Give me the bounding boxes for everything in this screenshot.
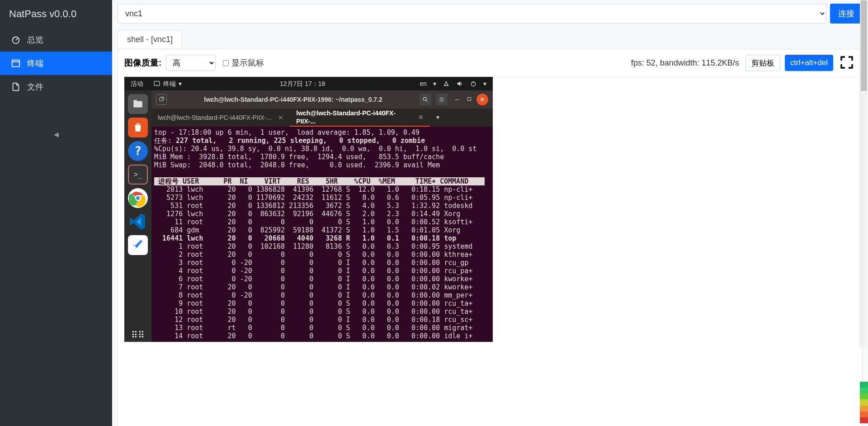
session-panel: 图像质量: 高 显示鼠标 fps: 52, bandwidth: 115.2KB… <box>118 49 863 426</box>
help-icon: ? <box>134 147 142 155</box>
maximize-icon <box>467 96 472 102</box>
input-lang[interactable]: en <box>420 80 427 88</box>
menu-button[interactable] <box>436 94 448 105</box>
vscode-icon <box>130 213 146 230</box>
svg-rect-2 <box>154 81 160 85</box>
prompt-icon: >_ <box>134 170 142 179</box>
ctrl-alt-del-button[interactable]: ctrl+alt+del <box>785 55 833 71</box>
terminal-window: lwch@lwch-Standard-PC-i440FX-PIIX-1996: … <box>151 90 493 342</box>
terminal-icon <box>11 58 21 68</box>
dock-chrome[interactable] <box>128 188 148 208</box>
nav-overview-label: 总览 <box>27 34 43 45</box>
search-icon <box>422 96 429 103</box>
session-tab[interactable]: shell - [vnc1] <box>118 30 182 49</box>
maximize-button[interactable] <box>467 95 472 104</box>
main-content: vnc1 连接 shell - [vnc1] 图像质量: 高 显示鼠标 fps:… <box>112 0 868 426</box>
color-strip <box>860 382 868 423</box>
svg-rect-12 <box>468 98 471 101</box>
dock-todesk[interactable] <box>128 235 148 255</box>
terminal-titlebar: lwch@lwch-Standard-PC-i440FX-PIIX-1996: … <box>151 90 493 109</box>
activities-button[interactable]: 活动 <box>124 80 150 88</box>
lang-chevron-icon: ▾ <box>433 80 436 88</box>
svg-rect-1 <box>12 60 20 67</box>
dashboard-icon <box>11 35 21 45</box>
folder-icon <box>132 98 144 110</box>
dock-terminal[interactable]: >_ <box>128 165 148 185</box>
chrome-icon <box>129 189 147 207</box>
page-scrollbar[interactable] <box>860 0 867 347</box>
clock[interactable]: 12月7日 17：18 <box>185 80 420 88</box>
tab-dropdown[interactable]: ▾ <box>430 109 446 127</box>
session-tabbar: shell - [vnc1] <box>118 30 182 49</box>
terminal-tabs: lwch@lwch-Standard-PC-i440FX-PIIX-... ✕ … <box>151 109 493 127</box>
nav-file-label: 文件 <box>27 81 43 92</box>
nav-terminal[interactable]: 终端 <box>0 52 112 75</box>
close-icon: ✕ <box>480 95 485 104</box>
power-icon[interactable] <box>470 80 477 87</box>
new-tab-icon <box>159 97 164 102</box>
gnome-topbar: 活动 终端 ▾ 12月7日 17：18 en ▾ <box>124 77 493 90</box>
search-button[interactable] <box>420 94 431 105</box>
fullscreen-button[interactable] <box>838 55 856 71</box>
tab-close-icon[interactable]: ✕ <box>278 114 283 122</box>
dock-software[interactable] <box>128 118 148 137</box>
sidebar: NatPass v0.0.0 总览 终端 文件 ◀ <box>0 0 112 426</box>
file-icon <box>11 82 21 92</box>
todesk-icon <box>131 238 145 252</box>
connect-button[interactable]: 连接 <box>830 4 863 24</box>
show-mouse-label: 显示鼠标 <box>231 57 264 68</box>
dock-help[interactable]: ? <box>128 141 148 161</box>
nav-file[interactable]: 文件 <box>0 75 112 99</box>
show-mouse-checkbox[interactable] <box>223 60 229 66</box>
brand-title: NatPass v0.0.0 <box>0 0 112 28</box>
chevron-down-icon: ▾ <box>179 80 182 88</box>
apps-grid-icon: ⠿⠿ <box>131 330 145 341</box>
terminal-title: lwch@lwch-Standard-PC-i440FX-PIIX-1996: … <box>171 95 415 104</box>
terminal-output[interactable]: top - 17:18:00 up 6 min, 1 user, load av… <box>151 127 493 342</box>
collapse-icon[interactable]: ◀ <box>54 131 59 138</box>
quality-select[interactable]: 高 <box>166 55 216 71</box>
close-button[interactable]: ✕ <box>476 94 488 105</box>
fullscreen-icon <box>840 55 854 70</box>
scrollbar-thumb[interactable] <box>861 0 867 91</box>
quality-label: 图像质量: <box>124 57 161 69</box>
system-chevron-icon: ▾ <box>483 80 486 88</box>
shopping-bag-icon <box>132 122 144 133</box>
dock-files[interactable] <box>128 94 148 114</box>
terminal-app-icon <box>153 80 160 87</box>
svg-rect-10 <box>160 98 163 101</box>
terminal-tab-2[interactable]: lwch@lwch-Standard-PC-i440FX-PIIX-... ✕ <box>290 109 430 127</box>
app-menu[interactable]: 终端 ▾ <box>150 80 185 88</box>
nav-overview[interactable]: 总览 <box>0 28 112 52</box>
clipboard-button[interactable]: 剪贴板 <box>745 55 780 71</box>
ubuntu-dock: ? >_ ⠿⠿ <box>124 90 151 342</box>
volume-icon[interactable] <box>456 80 463 87</box>
tab-close-icon[interactable]: ✕ <box>418 113 424 121</box>
terminal-tab-1[interactable]: lwch@lwch-Standard-PC-i440FX-PIIX-... ✕ <box>151 109 290 127</box>
hamburger-icon <box>439 96 445 103</box>
dock-vscode[interactable] <box>128 212 148 232</box>
stats-text: fps: 52, bandwidth: 115.2KB/s <box>631 58 739 68</box>
dock-show-apps[interactable]: ⠿⠿ <box>131 331 145 342</box>
network-icon[interactable] <box>443 80 450 87</box>
svg-point-11 <box>423 97 426 100</box>
vnc-display[interactable]: 活动 终端 ▾ 12月7日 17：18 en ▾ <box>124 77 493 342</box>
vnc-toolbar: 图像质量: 高 显示鼠标 fps: 52, bandwidth: 115.2KB… <box>118 49 862 77</box>
connection-select[interactable]: vnc1 <box>118 4 826 24</box>
top-bar: vnc1 连接 <box>118 4 863 24</box>
minimize-button[interactable]: ─ <box>452 95 462 104</box>
new-tab-button[interactable] <box>156 94 167 105</box>
nav-terminal-label: 终端 <box>27 58 43 69</box>
